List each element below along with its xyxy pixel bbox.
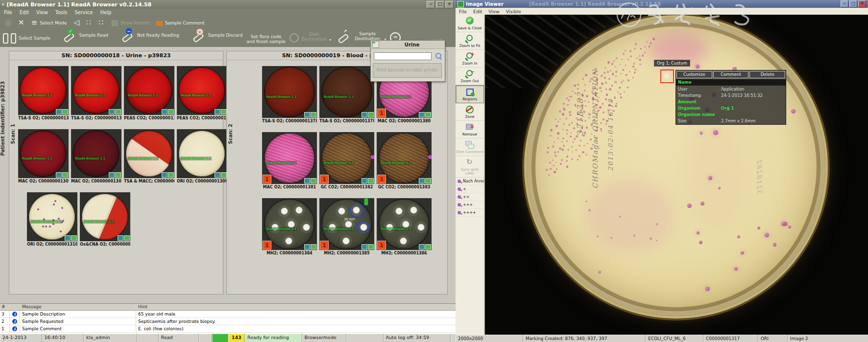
annotation-preset-0[interactable]: Nach Anreic bbox=[456, 178, 484, 185]
grid-view-filled-icon[interactable]: ∷ bbox=[99, 19, 105, 26]
export-icon[interactable] bbox=[62, 109, 68, 114]
patient-head-icon[interactable]: ◎ bbox=[5, 19, 11, 26]
camera-icon[interactable] bbox=[65, 235, 71, 241]
dish-thumbnail[interactable]: ReadA Browser 1.1ORI O2; C00000001309 bbox=[177, 129, 227, 184]
export-icon[interactable] bbox=[425, 244, 431, 250]
region-marker[interactable] bbox=[660, 69, 674, 83]
menu-view[interactable]: View bbox=[488, 9, 500, 14]
export-icon[interactable] bbox=[168, 172, 174, 178]
message-row[interactable]: 1iSample CommentE. coli (few colonies) bbox=[0, 325, 456, 333]
export-icon[interactable] bbox=[62, 172, 68, 178]
sidebar-zoom-fit-button[interactable]: Zoom to Fit bbox=[456, 32, 484, 50]
sidebar-regions-button[interactable]: Regions bbox=[456, 85, 484, 103]
show-patient-button[interactable]: ▤ Show Patient bbox=[111, 19, 149, 26]
dish-thumbnail[interactable]: ReadA Browser 1.11MAC O2; C00000001381 bbox=[262, 132, 317, 190]
search-icon[interactable] bbox=[435, 52, 442, 59]
dish-thumbnail[interactable]: ReadA Browser 1.11GC CO2; C00000001382 bbox=[319, 132, 374, 190]
camera-icon[interactable] bbox=[109, 109, 115, 114]
camera-icon[interactable] bbox=[304, 178, 310, 183]
annotation-preset-2[interactable]: ++ bbox=[456, 193, 484, 201]
sidebar-remove-button[interactable]: Remove bbox=[456, 121, 484, 138]
camera-icon[interactable] bbox=[419, 112, 425, 117]
barcode-input[interactable] bbox=[374, 52, 432, 60]
dish-thumbnail[interactable]: ReadA Browser 1.1TSA & MACC; C0000000130… bbox=[124, 129, 174, 184]
sidebar-sync-lims-button[interactable]: Sync with LIMS bbox=[456, 156, 484, 178]
menu-edit[interactable]: Edit bbox=[20, 10, 29, 15]
title-bar[interactable]: Image Viewer [ReadA Browser 1.1] ReadA B… bbox=[456, 0, 868, 8]
export-icon[interactable] bbox=[425, 112, 431, 117]
export-icon[interactable] bbox=[311, 178, 316, 183]
export-icon[interactable] bbox=[124, 235, 130, 241]
export-icon[interactable] bbox=[221, 172, 227, 178]
camera-icon[interactable] bbox=[304, 244, 310, 250]
dish-thumbnail[interactable]: ReadA Browser 1.1PEAS CO2; C00000001304 bbox=[124, 66, 174, 121]
camera-icon[interactable] bbox=[362, 244, 367, 250]
not-ready-button[interactable]: − Not Ready Reading bbox=[119, 30, 179, 40]
camera-icon[interactable] bbox=[56, 109, 62, 114]
camera-icon[interactable] bbox=[162, 109, 168, 114]
chevron-down-icon[interactable]: ▾ bbox=[329, 38, 331, 42]
export-icon[interactable] bbox=[168, 109, 174, 114]
menu-tools[interactable]: Tools bbox=[55, 10, 68, 15]
annotation-preset-1[interactable]: + bbox=[456, 185, 484, 193]
camera-icon[interactable] bbox=[419, 178, 425, 183]
customize-button[interactable]: Customize bbox=[676, 71, 712, 78]
camera-icon[interactable] bbox=[215, 109, 220, 114]
export-icon[interactable] bbox=[368, 112, 374, 117]
export-icon[interactable] bbox=[221, 109, 227, 114]
comment-button[interactable]: Comment bbox=[713, 71, 749, 78]
sidebar-dish-comment-button[interactable]: Dish Comment bbox=[456, 138, 484, 156]
message-row[interactable]: 3iSample Description65 year old male bbox=[0, 311, 456, 318]
export-icon[interactable] bbox=[115, 109, 121, 114]
dish-thumbnail[interactable]: ReadA Browser 1.1TSA-S O2; C00000001379 bbox=[319, 66, 374, 124]
maximize-button[interactable]: □ bbox=[436, 1, 444, 8]
close-button[interactable]: ✕ bbox=[858, 0, 866, 7]
close-button[interactable]: ✕ bbox=[445, 1, 454, 8]
grid-view-icon[interactable]: ∷ bbox=[86, 19, 92, 26]
menu-edit[interactable]: Edit bbox=[473, 9, 482, 14]
dish-thumbnail[interactable]: ReadA Browser 1.1MAC O2; C00000001307 bbox=[71, 129, 121, 184]
sidebar-zoom-out-button[interactable]: −Zoom Out bbox=[456, 68, 484, 85]
export-icon[interactable] bbox=[71, 235, 77, 241]
image-canvas[interactable]: 3218282 CHROMagar ORIENTATION 2013-02-04… bbox=[485, 15, 868, 335]
camera-icon[interactable] bbox=[215, 172, 220, 178]
camera-icon[interactable] bbox=[419, 244, 425, 250]
dish-thumbnail[interactable]: ReadA Browser 1.11MH2; C00000001384 bbox=[262, 198, 317, 256]
camera-icon[interactable] bbox=[362, 178, 367, 183]
minimize-button[interactable]: – bbox=[427, 1, 435, 8]
menu-visible[interactable]: Visible bbox=[506, 9, 521, 14]
export-page-icon[interactable] bbox=[372, 41, 379, 48]
maximize-button[interactable]: □ bbox=[849, 0, 857, 7]
set-flora-button[interactable]: Set flora code and finish sample bbox=[246, 34, 286, 44]
window-menu-icon[interactable]: ▾ bbox=[2, 2, 4, 7]
dish-destination-button[interactable]: Dish Destination ▾ bbox=[289, 30, 331, 43]
export-icon[interactable] bbox=[368, 244, 374, 250]
message-row[interactable]: 2iSample RequestedSepticaemia after pros… bbox=[0, 318, 456, 325]
title-bar[interactable]: ▾ [ReadA Browser 1.1] ReadA Browser v0.2… bbox=[0, 0, 456, 9]
dish-thumbnail[interactable]: ReadA Browser 1.1ORI O2; C00000001310 bbox=[27, 192, 77, 248]
sidebar-zoom-in-button[interactable]: +Zoom In bbox=[456, 50, 484, 68]
annotation-preset-3[interactable]: +++ bbox=[456, 201, 484, 209]
sample-comment-button[interactable]: Sample Comment bbox=[156, 20, 205, 26]
print-barcode-button[interactable]: Print barcode on label printer bbox=[373, 63, 442, 78]
minimize-button[interactable]: – bbox=[841, 0, 848, 7]
menu-help[interactable]: Help bbox=[100, 10, 111, 15]
dish-thumbnail[interactable]: ReadA Browser 1.1MAC O2; C00000001306 bbox=[18, 129, 69, 184]
dish-thumbnail[interactable]: 30 mmReadA Browser 1.11MH2; C00000001385 bbox=[319, 198, 374, 256]
menu-file[interactable]: File bbox=[4, 10, 12, 15]
select-mode-button[interactable]: ≡ Select Mode bbox=[31, 19, 67, 26]
reject-patient-icon[interactable]: ✕ bbox=[18, 19, 24, 26]
sidebar-zone-button[interactable]: Zone bbox=[456, 103, 484, 121]
dish-thumbnail[interactable]: ReadA Browser 1.11GC CO2; C00000001383 bbox=[377, 132, 432, 190]
dish-thumbnail[interactable]: ReadA Browser 1.11MH2; C00000001386 bbox=[377, 198, 432, 256]
camera-icon[interactable] bbox=[118, 235, 123, 241]
sample-discard-button[interactable]: ✕ Sample Discard bbox=[190, 30, 242, 40]
camera-icon[interactable] bbox=[162, 172, 168, 178]
camera-icon[interactable] bbox=[109, 172, 115, 178]
menu-file[interactable]: File bbox=[459, 9, 467, 14]
export-icon[interactable] bbox=[368, 178, 374, 183]
dish-thumbnail[interactable]: ReadA Browser 1.1TSA-S O2; C00000001302 bbox=[18, 66, 69, 121]
dish-thumbnail[interactable]: ReadA Browser 1.1TSA-S O2; C00000001378 bbox=[262, 66, 317, 124]
delete-button[interactable]: Delete bbox=[749, 71, 785, 78]
camera-icon[interactable] bbox=[56, 172, 62, 178]
